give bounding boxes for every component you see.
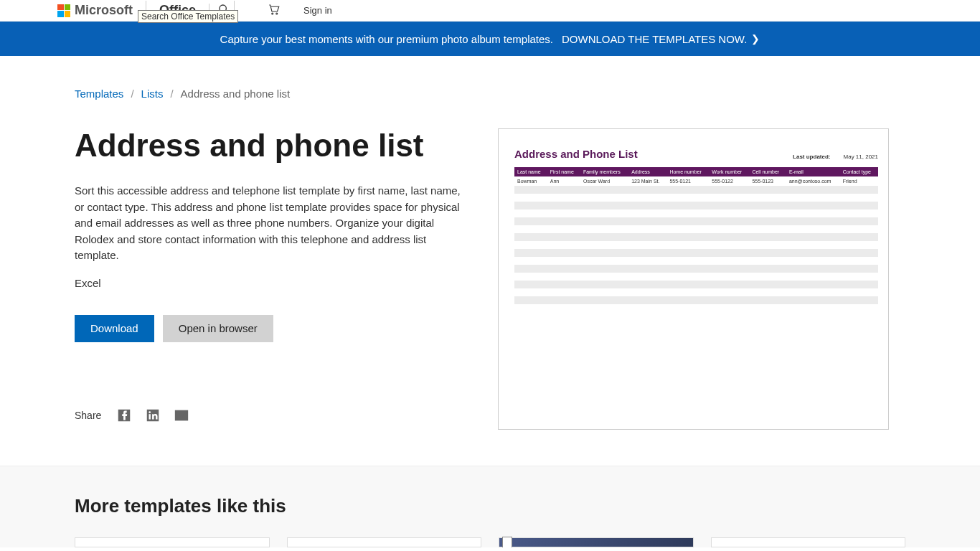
table-row bbox=[514, 241, 878, 249]
table-row bbox=[514, 209, 878, 217]
col-home: Home number bbox=[666, 167, 709, 176]
breadcrumb-templates[interactable]: Templates bbox=[75, 88, 123, 100]
table-row bbox=[514, 225, 878, 233]
download-button[interactable]: Download bbox=[75, 315, 154, 342]
table-row bbox=[514, 202, 878, 209]
top-header: Microsoft Office Search Office Templates… bbox=[0, 0, 980, 22]
microsoft-logo-icon bbox=[57, 4, 70, 17]
col-firstname: First name bbox=[547, 167, 580, 176]
preview-updated-label: Last updated: bbox=[793, 154, 830, 160]
template-preview: Address and Phone List Last updated: May… bbox=[498, 128, 889, 430]
svg-point-3 bbox=[276, 13, 278, 14]
col-family: Family members bbox=[580, 167, 628, 176]
more-title: More templates like this bbox=[75, 495, 905, 517]
search-tooltip: Search Office Templates bbox=[138, 10, 238, 23]
microsoft-logo[interactable]: Microsoft bbox=[57, 3, 133, 18]
table-row bbox=[514, 194, 878, 202]
col-cell: Cell number bbox=[749, 167, 786, 176]
table-row bbox=[514, 249, 878, 257]
related-card[interactable] bbox=[287, 537, 482, 547]
cart-button[interactable] bbox=[268, 3, 281, 19]
template-description: Sort this accessible address and telepho… bbox=[75, 183, 462, 264]
related-card[interactable] bbox=[499, 537, 694, 547]
table-row bbox=[514, 257, 878, 265]
table-row bbox=[514, 273, 878, 281]
table-row bbox=[514, 233, 878, 241]
promo-cta-label: DOWNLOAD THE TEMPLATES NOW. bbox=[562, 33, 747, 45]
template-app: Excel bbox=[75, 277, 462, 289]
preview-table: Last name First name Family members Addr… bbox=[514, 167, 878, 304]
related-cards bbox=[75, 537, 905, 547]
table-row bbox=[514, 217, 878, 225]
table-row bbox=[514, 288, 878, 296]
page-content: Templates / Lists / Address and phone li… bbox=[63, 56, 917, 430]
preview-title: Address and Phone List bbox=[514, 148, 638, 160]
facebook-icon[interactable] bbox=[116, 407, 133, 424]
preview-updated-date: May 11, 2021 bbox=[844, 154, 878, 160]
col-type: Contact type bbox=[840, 167, 878, 176]
col-email: E-mail bbox=[786, 167, 840, 176]
table-row bbox=[514, 265, 878, 273]
promo-banner[interactable]: Capture your best moments with our premi… bbox=[0, 22, 980, 56]
linkedin-icon[interactable] bbox=[144, 407, 161, 424]
svg-rect-4 bbox=[149, 414, 151, 419]
breadcrumb-current: Address and phone list bbox=[181, 88, 291, 100]
breadcrumb-separator: / bbox=[131, 88, 133, 100]
table-row bbox=[514, 296, 878, 304]
microsoft-brand-text: Microsoft bbox=[75, 3, 133, 18]
col-work: Work number bbox=[709, 167, 749, 176]
page-title: Address and phone list bbox=[75, 128, 462, 163]
table-row bbox=[514, 186, 878, 194]
table-row bbox=[514, 281, 878, 288]
promo-text: Capture your best moments with our premi… bbox=[220, 33, 553, 45]
breadcrumb-separator: / bbox=[170, 88, 173, 100]
related-card[interactable] bbox=[75, 537, 270, 547]
svg-point-2 bbox=[272, 13, 273, 14]
chevron-right-icon: ❯ bbox=[751, 33, 760, 44]
breadcrumb-lists[interactable]: Lists bbox=[141, 88, 164, 100]
col-address: Address bbox=[628, 167, 666, 176]
share-label: Share bbox=[75, 410, 101, 421]
col-lastname: Last name bbox=[514, 167, 547, 176]
action-row: Download Open in browser bbox=[75, 315, 462, 342]
related-card[interactable] bbox=[711, 537, 906, 547]
more-section: More templates like this bbox=[0, 466, 980, 547]
breadcrumb: Templates / Lists / Address and phone li… bbox=[75, 88, 905, 100]
share-row: Share bbox=[75, 407, 462, 424]
open-in-browser-button[interactable]: Open in browser bbox=[163, 315, 273, 342]
promo-cta[interactable]: DOWNLOAD THE TEMPLATES NOW. ❯ bbox=[562, 33, 760, 45]
svg-point-5 bbox=[149, 411, 151, 413]
signin-link[interactable]: Sign in bbox=[303, 5, 332, 16]
email-icon[interactable] bbox=[173, 407, 190, 424]
table-row: Bowman Ann Oscar Ward 123 Main St. 555-0… bbox=[514, 176, 878, 186]
